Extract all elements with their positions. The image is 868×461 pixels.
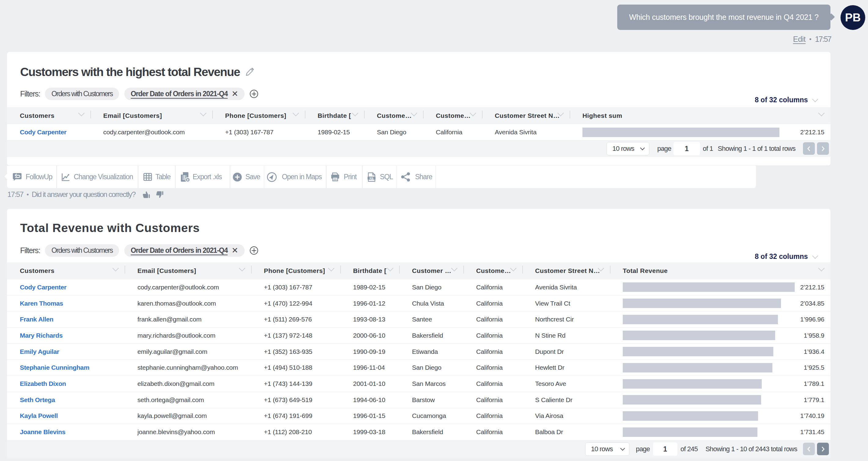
svg-text:SQL: SQL: [369, 176, 374, 179]
